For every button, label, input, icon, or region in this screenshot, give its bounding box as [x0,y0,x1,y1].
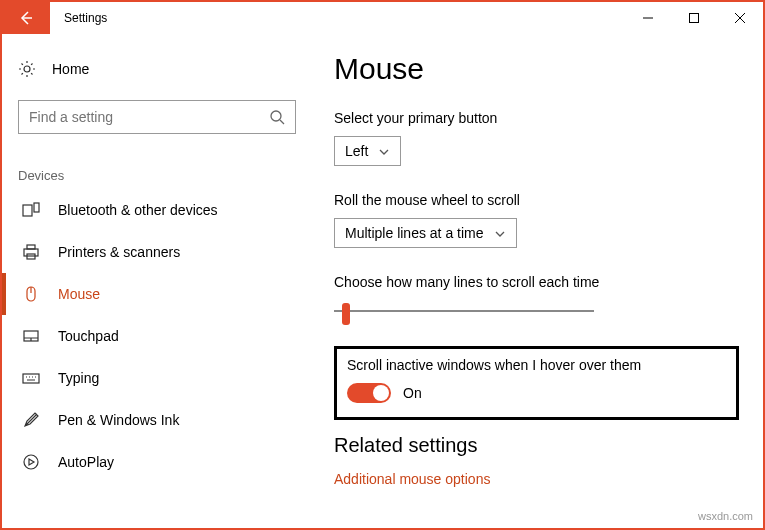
inactive-toggle-row: On [347,383,726,403]
sidebar-item-touchpad[interactable]: Touchpad [2,315,312,357]
gear-icon [18,60,36,78]
window-title: Settings [50,2,107,34]
svg-rect-3 [23,205,32,216]
settings-window: Settings Home Devices Bluetooth & other … [0,0,765,530]
sidebar: Home Devices Bluetooth & other devices P… [2,34,312,528]
chevron-down-icon [494,227,506,239]
related-heading: Related settings [334,434,739,457]
svg-rect-4 [34,203,39,212]
sidebar-item-label: Bluetooth & other devices [58,202,218,218]
maximize-icon [689,13,699,23]
search-input[interactable] [29,109,269,125]
highlighted-section: Scroll inactive windows when I hover ove… [334,346,739,420]
keyboard-icon [22,369,40,387]
sidebar-item-label: AutoPlay [58,454,114,470]
dropdown-value: Left [345,143,368,159]
dropdown-value: Multiple lines at a time [345,225,484,241]
sidebar-item-printers[interactable]: Printers & scanners [2,231,312,273]
svg-rect-5 [24,249,38,256]
wheel-label: Roll the mouse wheel to scroll [334,192,739,208]
sidebar-item-label: Printers & scanners [58,244,180,260]
sidebar-nav: Bluetooth & other devices Printers & sca… [2,189,312,483]
back-button[interactable] [2,2,50,34]
svg-point-1 [24,66,30,72]
autoplay-icon [22,453,40,471]
arrow-left-icon [18,10,34,26]
primary-button-dropdown[interactable]: Left [334,136,401,166]
inactive-toggle[interactable] [347,383,391,403]
home-label: Home [52,61,89,77]
slider-track [334,310,594,312]
sidebar-item-label: Typing [58,370,99,386]
sidebar-item-label: Touchpad [58,328,119,344]
wheel-dropdown[interactable]: Multiple lines at a time [334,218,517,248]
maximize-button[interactable] [671,2,717,34]
toggle-state: On [403,385,422,401]
minimize-icon [643,13,653,23]
svg-rect-6 [27,245,35,249]
svg-rect-10 [23,374,39,383]
additional-mouse-options-link[interactable]: Additional mouse options [334,471,739,487]
window-controls [625,2,763,34]
watermark: wsxdn.com [698,510,753,522]
svg-rect-0 [690,14,699,23]
toggle-knob [373,385,389,401]
devices-icon [22,201,40,219]
printer-icon [22,243,40,261]
page-title: Mouse [334,52,739,86]
lines-slider[interactable] [334,300,594,324]
svg-point-2 [271,111,281,121]
close-icon [735,13,745,23]
sidebar-item-bluetooth[interactable]: Bluetooth & other devices [2,189,312,231]
slider-thumb[interactable] [342,303,350,325]
pen-icon [22,411,40,429]
inactive-label: Scroll inactive windows when I hover ove… [347,357,726,373]
sidebar-item-typing[interactable]: Typing [2,357,312,399]
sidebar-group-label: Devices [2,134,312,189]
sidebar-item-mouse[interactable]: Mouse [2,273,312,315]
sidebar-item-pen[interactable]: Pen & Windows Ink [2,399,312,441]
touchpad-icon [22,327,40,345]
primary-button-label: Select your primary button [334,110,739,126]
minimize-button[interactable] [625,2,671,34]
svg-point-11 [24,455,38,469]
sidebar-item-label: Pen & Windows Ink [58,412,179,428]
lines-label: Choose how many lines to scroll each tim… [334,274,739,290]
close-button[interactable] [717,2,763,34]
chevron-down-icon [378,145,390,157]
mouse-icon [22,285,40,303]
sidebar-item-label: Mouse [58,286,100,302]
search-box[interactable] [18,100,296,134]
main-panel: Mouse Select your primary button Left Ro… [312,34,763,528]
home-button[interactable]: Home [2,52,312,86]
search-icon [269,109,285,125]
content: Home Devices Bluetooth & other devices P… [2,34,763,528]
sidebar-item-autoplay[interactable]: AutoPlay [2,441,312,483]
titlebar: Settings [2,2,763,34]
